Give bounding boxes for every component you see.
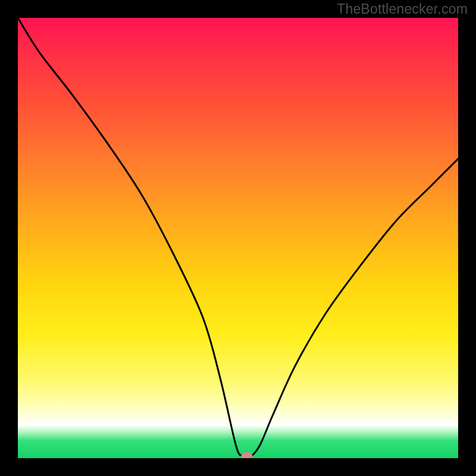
plot-area — [18, 18, 458, 458]
chart-frame: TheBottlenecker.com — [0, 0, 476, 476]
bottleneck-curve — [18, 18, 458, 458]
watermark-text: TheBottlenecker.com — [337, 1, 468, 17]
optimum-marker — [242, 452, 252, 458]
curve-layer — [18, 18, 458, 458]
